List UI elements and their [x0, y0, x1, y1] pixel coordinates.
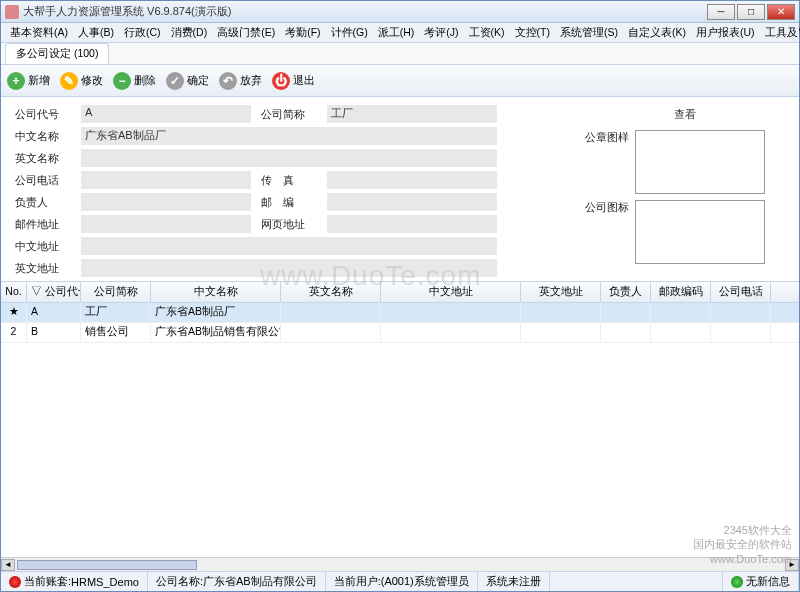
cell: ★ — [1, 303, 27, 322]
menu-item-10[interactable]: 文控(T) — [510, 26, 555, 40]
menu-item-0[interactable]: 基本资料(A) — [5, 26, 73, 40]
en-addr-label: 英文地址 — [15, 261, 71, 276]
add-button[interactable]: +新增 — [7, 72, 50, 90]
scroll-thumb[interactable] — [17, 560, 197, 570]
brand-watermark: 2345软件大全国内最安全的软件站www.DuoTe.com — [693, 523, 792, 566]
power-icon: ⏻ — [272, 72, 290, 90]
fax-label: 传 真 — [261, 173, 317, 188]
confirm-button[interactable]: ✓确定 — [166, 72, 209, 90]
tab-row: 多公司设定 (100) — [1, 43, 799, 65]
table-row[interactable]: 2B销售公司广东省AB制品销售有限公司 — [1, 323, 799, 343]
cn-addr-field[interactable] — [81, 237, 497, 255]
cell — [521, 323, 601, 342]
cell — [601, 303, 651, 322]
fax-field[interactable] — [327, 171, 497, 189]
toolbar: +新增 ✎修改 −删除 ✓确定 ↶放弃 ⏻退出 — [1, 65, 799, 97]
grid-body[interactable]: ★A工厂广东省AB制品厂2B销售公司广东省AB制品销售有限公司 — [1, 303, 799, 557]
col-header-7[interactable]: 负责人 — [601, 282, 651, 302]
cell — [381, 303, 521, 322]
col-header-6[interactable]: 英文地址 — [521, 282, 601, 302]
menu-item-14[interactable]: 工具及窗口(W) — [760, 26, 800, 40]
zip-field[interactable] — [327, 193, 497, 211]
close-button[interactable]: ✕ — [767, 4, 795, 20]
status-message: 无新信息 — [723, 572, 799, 591]
tab-company-settings[interactable]: 多公司设定 (100) — [5, 43, 109, 64]
tel-field[interactable] — [81, 171, 251, 189]
email-field[interactable] — [81, 215, 251, 233]
short-name-label: 公司简称 — [261, 107, 317, 122]
window-title: 大帮手人力资源管理系统 V6.9.874(演示版) — [23, 4, 707, 19]
col-header-2[interactable]: 公司简称 — [81, 282, 151, 302]
status-register: 系统未注册 — [478, 572, 550, 591]
col-header-8[interactable]: 邮政编码 — [651, 282, 711, 302]
menu-item-13[interactable]: 用户报表(U) — [691, 26, 760, 40]
minus-icon: − — [113, 72, 131, 90]
scroll-left-button[interactable]: ◄ — [1, 559, 15, 571]
view-label: 查看 — [585, 105, 785, 124]
menu-item-9[interactable]: 工资(K) — [464, 26, 510, 40]
en-addr-field[interactable] — [81, 259, 497, 277]
status-company: 公司名称:广东省AB制品有限公司 — [148, 572, 326, 591]
info-icon — [731, 576, 743, 588]
delete-button[interactable]: −删除 — [113, 72, 156, 90]
cn-addr-label: 中文地址 — [15, 239, 71, 254]
cell — [381, 323, 521, 342]
titlebar: 大帮手人力资源管理系统 V6.9.874(演示版) ─ □ ✕ — [1, 1, 799, 23]
menu-item-2[interactable]: 行政(C) — [119, 26, 166, 40]
form-panel: 公司代号 A 公司简称 工厂 中文名称 广东省AB制品厂 英文名称 公司电话 传… — [1, 97, 799, 281]
undo-icon: ↶ — [219, 72, 237, 90]
cell: 广东省AB制品销售有限公司 — [151, 323, 281, 342]
menu-item-12[interactable]: 自定义表(K) — [623, 26, 691, 40]
manager-field[interactable] — [81, 193, 251, 211]
company-code-label: 公司代号 — [15, 107, 71, 122]
col-header-3[interactable]: 中文名称 — [151, 282, 281, 302]
logo-image-box[interactable] — [635, 200, 765, 264]
web-label: 网页地址 — [261, 217, 317, 232]
cell: 2 — [1, 323, 27, 342]
status-account: 当前账套:HRMS_Demo — [1, 572, 148, 591]
cell: 销售公司 — [81, 323, 151, 342]
minimize-button[interactable]: ─ — [707, 4, 735, 20]
cell — [651, 323, 711, 342]
menu-item-1[interactable]: 人事(B) — [73, 26, 119, 40]
col-header-0[interactable]: No. — [1, 282, 27, 302]
cell — [281, 303, 381, 322]
cell — [651, 303, 711, 322]
cell — [281, 323, 381, 342]
cell — [711, 323, 771, 342]
menu-item-6[interactable]: 计件(G) — [326, 26, 373, 40]
cell: A — [27, 303, 81, 322]
company-code-field[interactable]: A — [81, 105, 251, 123]
col-header-1[interactable]: ▽ 公司代号 — [27, 282, 81, 302]
menu-item-11[interactable]: 系统管理(S) — [555, 26, 623, 40]
edit-button[interactable]: ✎修改 — [60, 72, 103, 90]
statusbar: 当前账套:HRMS_Demo 公司名称:广东省AB制品有限公司 当前用户:(A0… — [1, 571, 799, 591]
cancel-button[interactable]: ↶放弃 — [219, 72, 262, 90]
table-row[interactable]: ★A工厂广东省AB制品厂 — [1, 303, 799, 323]
web-field[interactable] — [327, 215, 497, 233]
col-header-9[interactable]: 公司电话 — [711, 282, 771, 302]
horizontal-scrollbar[interactable]: ◄ ► — [1, 557, 799, 571]
en-name-field[interactable] — [81, 149, 497, 167]
tel-label: 公司电话 — [15, 173, 71, 188]
col-header-4[interactable]: 英文名称 — [281, 282, 381, 302]
exit-button[interactable]: ⏻退出 — [272, 72, 315, 90]
email-label: 邮件地址 — [15, 217, 71, 232]
logo-label: 公司图标 — [585, 200, 629, 215]
cell: 广东省AB制品厂 — [151, 303, 281, 322]
short-name-field[interactable]: 工厂 — [327, 105, 497, 123]
menu-item-7[interactable]: 派工(H) — [373, 26, 420, 40]
menu-item-5[interactable]: 考勤(F) — [280, 26, 325, 40]
menu-item-3[interactable]: 消费(D) — [166, 26, 213, 40]
plus-icon: + — [7, 72, 25, 90]
menubar: 基本资料(A)人事(B)行政(C)消费(D)高级门禁(E)考勤(F)计件(G)派… — [1, 23, 799, 43]
col-header-5[interactable]: 中文地址 — [381, 282, 521, 302]
cell — [601, 323, 651, 342]
pencil-icon: ✎ — [60, 72, 78, 90]
maximize-button[interactable]: □ — [737, 4, 765, 20]
seal-image-box[interactable] — [635, 130, 765, 194]
cell: 工厂 — [81, 303, 151, 322]
menu-item-4[interactable]: 高级门禁(E) — [212, 26, 280, 40]
cn-name-field[interactable]: 广东省AB制品厂 — [81, 127, 497, 145]
menu-item-8[interactable]: 考评(J) — [419, 26, 463, 40]
